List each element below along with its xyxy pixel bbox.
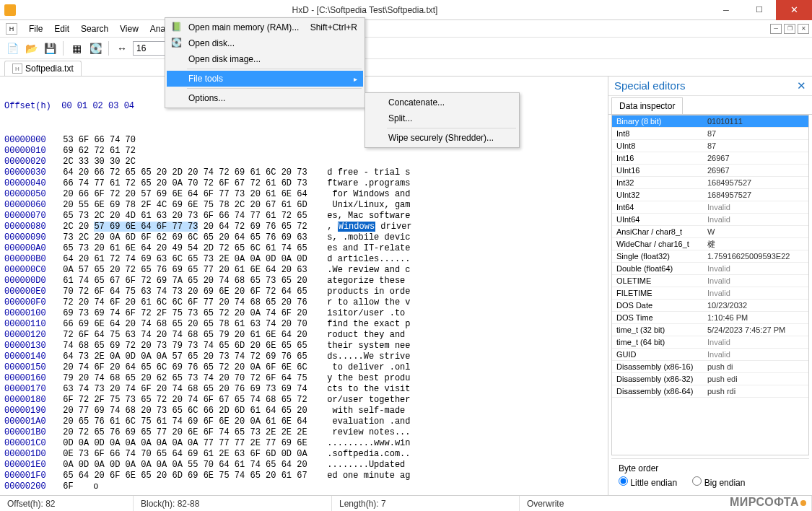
data-inspector-tab[interactable]: Data inspector: [611, 97, 683, 114]
tools-menu-item[interactable]: 💽Open disk...: [167, 35, 363, 51]
hex-row[interactable]: 00000130 74 68 65 69 72 20 73 79 73 74 6…: [4, 341, 603, 351]
hex-row[interactable]: 000000E0 70 72 6F 64 75 63 74 73 20 69 6…: [4, 287, 603, 297]
status-block: Block(h): 82-88: [134, 496, 332, 511]
inspector-row[interactable]: Double (float64)Invalid: [612, 263, 808, 275]
hex-row[interactable]: 00000080 2C 20 57 69 6E 64 6F 77 73 20 6…: [4, 222, 603, 232]
hex-row[interactable]: 000001F0 65 64 20 6F 6E 65 20 6D 69 6E 7…: [4, 471, 603, 481]
inspector-row[interactable]: time_t (64 bit)Invalid: [612, 336, 808, 349]
inspector-row[interactable]: Disassembly (x86-64)push rdi: [612, 385, 808, 398]
maximize-button[interactable]: [743, 0, 776, 20]
inspector-row[interactable]: Single (float32)1.75916625009593E22: [612, 250, 808, 263]
file-tools-submenu: Concatenate...Split...Wipe securely (Shr…: [364, 92, 520, 148]
inspector-row[interactable]: FILETIMEInvalid: [612, 287, 808, 300]
inspector-row[interactable]: Disassembly (x86-16)push di: [612, 361, 808, 373]
inspector-row[interactable]: DOS Time1:10:46 PM: [612, 312, 808, 324]
status-offset: Offset(h): 82: [0, 496, 134, 511]
hex-row[interactable]: 00000170 63 74 73 20 74 6F 20 74 68 65 2…: [4, 384, 603, 395]
refresh-icon[interactable]: ↔: [114, 40, 130, 56]
inspector-row[interactable]: Int321684957527: [612, 177, 808, 189]
hex-row[interactable]: 000001A0 20 65 76 61 6C 75 61 74 69 6F 6…: [4, 416, 603, 427]
byte-order-group: Byte order Little endian Big endian: [611, 458, 809, 492]
tools-menu-item[interactable]: File tools: [167, 71, 363, 87]
inspector-row[interactable]: Binary (8 bit)01010111: [612, 115, 808, 128]
byte-order-label: Byte order: [619, 463, 802, 473]
hex-row[interactable]: 00000040 66 74 77 61 72 65 20 0A 70 72 6…: [4, 178, 603, 189]
file-tools-item[interactable]: Split...: [367, 110, 518, 126]
hex-row[interactable]: 00000070 65 73 2C 20 4D 61 63 20 73 6F 6…: [4, 211, 603, 222]
panel-close-icon[interactable]: ✕: [797, 79, 806, 92]
hex-row[interactable]: 00000150 20 74 6F 20 64 65 6C 69 76 65 7…: [4, 362, 603, 373]
byte-width-input[interactable]: [133, 41, 169, 56]
file-tab[interactable]: H Softpedia.txt: [4, 61, 82, 76]
hex-row[interactable]: 000001E0 0A 0D 0A 0D 0A 0A 0A 0A 55 70 6…: [4, 460, 603, 471]
hex-row[interactable]: 00000020 2C 33 30 30 2C: [4, 157, 603, 167]
mdi-icon: H: [6, 23, 17, 35]
inspector-row[interactable]: Int64Invalid: [612, 201, 808, 214]
disk-icon[interactable]: 💽: [87, 40, 103, 56]
menu-item-search[interactable]: Search: [75, 22, 114, 36]
file-tools-item[interactable]: Concatenate...: [367, 95, 518, 110]
hex-row[interactable]: 000000A0 65 73 20 61 6E 64 20 49 54 2D 7…: [4, 243, 603, 254]
hex-row[interactable]: 00000030 64 20 66 72 65 65 20 2D 20 74 7…: [4, 167, 603, 178]
file-icon: H: [12, 64, 22, 74]
inspector-row[interactable]: WideChar / char16_t楗: [612, 238, 808, 250]
menu-item-edit[interactable]: Edit: [48, 22, 75, 36]
hex-row[interactable]: 00000060 20 55 6E 69 78 2F 4C 69 6E 75 7…: [4, 200, 603, 211]
hex-row[interactable]: 000000F0 72 20 74 6F 20 61 6C 6C 6F 77 2…: [4, 297, 603, 308]
app-icon: [4, 4, 16, 16]
hex-row[interactable]: 00000200 6F o: [4, 481, 603, 492]
mdi-close-button[interactable]: ✕: [798, 24, 809, 34]
minimize-button[interactable]: [710, 0, 743, 20]
hex-row[interactable]: 000000D0 61 74 65 67 6F 72 69 7A 65 20 7…: [4, 276, 603, 287]
inspector-row[interactable]: Int1626967: [612, 152, 808, 165]
inspector-row[interactable]: OLETIMEInvalid: [612, 275, 808, 287]
inspector-row[interactable]: Disassembly (x86-32)push edi: [612, 373, 808, 385]
hex-row[interactable]: 00000120 72 6F 64 75 63 74 20 74 68 65 7…: [4, 330, 603, 341]
menu-item-view[interactable]: View: [114, 22, 144, 36]
inspector-row[interactable]: UInt1626967: [612, 165, 808, 177]
hex-row[interactable]: 000001B0 20 72 65 76 69 65 77 20 6E 6F 7…: [4, 427, 603, 438]
save-icon[interactable]: 💾: [42, 40, 58, 56]
hex-row[interactable]: 00000110 66 69 6E 64 20 74 68 65 20 65 7…: [4, 319, 603, 330]
hex-row[interactable]: 000001D0 0E 73 6F 66 74 70 65 64 69 61 2…: [4, 449, 603, 460]
inspector-row[interactable]: DOS Date10/23/2032: [612, 300, 808, 312]
toolbar: 📄 📂 💾 ▦ 💽 ↔ ▾: [0, 38, 812, 59]
ram-icon[interactable]: ▦: [69, 40, 84, 56]
inspector-row[interactable]: UInt64Invalid: [612, 214, 808, 226]
window-titlebar: HxD - [C:\Softpedia Test\Softpedia.txt]: [0, 0, 812, 20]
hex-row[interactable]: 00000160 79 20 74 68 65 20 62 65 73 74 2…: [4, 373, 603, 384]
little-endian-radio[interactable]: Little endian: [619, 478, 677, 488]
mdi-min-button[interactable]: ─: [770, 24, 782, 34]
hex-row[interactable]: 000001C0 0D 0A 0D 0A 0A 0A 0A 0A 0A 77 7…: [4, 438, 603, 449]
inspector-row[interactable]: GUIDInvalid: [612, 349, 808, 361]
tools-dropdown: 📗Open main memory (RAM)...Shift+Ctrl+R💽O…: [165, 17, 365, 108]
inspector-row[interactable]: time_t (32 bit)5/24/2023 7:45:27 PM: [612, 324, 808, 336]
inspector-row[interactable]: AnsiChar / char8_tW: [612, 226, 808, 238]
menu-item-file[interactable]: File: [23, 22, 48, 36]
hex-row[interactable]: 00000100 69 73 69 74 6F 72 2F 75 73 65 7…: [4, 308, 603, 319]
hex-row[interactable]: 00000180 6F 72 2F 75 73 65 72 20 74 6F 6…: [4, 395, 603, 406]
inspector-row[interactable]: Int887: [612, 128, 808, 140]
tools-menu-item[interactable]: 📗Open main memory (RAM)...Shift+Ctrl+R: [167, 19, 363, 35]
file-tabs: H Softpedia.txt: [0, 59, 812, 77]
inspector-row[interactable]: UInt887: [612, 140, 808, 152]
hex-row[interactable]: 00000140 64 73 2E 0A 0D 0A 0A 57 65 20 7…: [4, 351, 603, 362]
hex-row[interactable]: 000000B0 64 20 61 72 74 69 63 6C 65 73 2…: [4, 254, 603, 265]
tools-menu-item[interactable]: Open disk image...: [167, 51, 363, 67]
data-inspector: Binary (8 bit)01010111Int887UInt887Int16…: [611, 115, 809, 455]
file-tools-item[interactable]: Wipe securely (Shredder)...: [367, 130, 518, 146]
menubar: H FileEditSearchViewAnalysisToolsWindowH…: [0, 20, 812, 38]
tools-menu-item[interactable]: Options...: [167, 90, 363, 106]
mdi-restore-button[interactable]: ❐: [784, 24, 795, 34]
new-file-icon[interactable]: 📄: [4, 40, 20, 56]
inspector-row[interactable]: UInt321684957527: [612, 189, 808, 201]
status-length: Length(h): 7: [332, 496, 520, 511]
hex-row[interactable]: 00000090 73 2C 20 0A 6D 6F 62 69 6C 65 2…: [4, 232, 603, 243]
big-endian-radio[interactable]: Big endian: [692, 478, 745, 488]
window-title: HxD - [C:\Softpedia Test\Softpedia.txt]: [20, 5, 710, 15]
hex-row[interactable]: 00000190 20 77 69 74 68 20 73 65 6C 66 2…: [4, 406, 603, 416]
hex-row[interactable]: 000000C0 0A 57 65 20 72 65 76 69 65 77 2…: [4, 265, 603, 276]
close-button[interactable]: [776, 0, 812, 20]
open-file-icon[interactable]: 📂: [23, 40, 39, 56]
hex-row[interactable]: 00000050 20 66 6F 72 20 57 69 6E 64 6F 7…: [4, 189, 603, 200]
